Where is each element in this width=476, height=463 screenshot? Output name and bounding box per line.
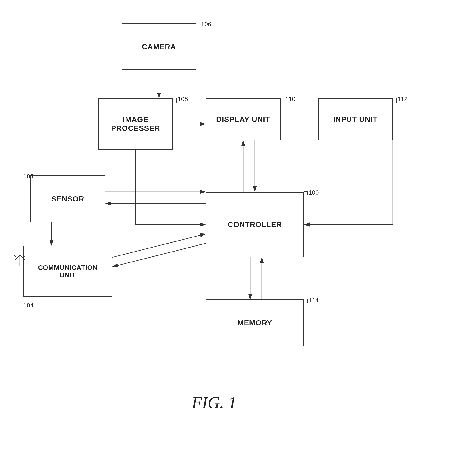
image-processer-label: IMAGE PROCESSER <box>111 115 160 133</box>
input-unit-ref: 112 <box>398 96 407 103</box>
input-unit-block: INPUT UNIT <box>318 98 393 140</box>
figure-label: FIG. 1 <box>192 393 237 412</box>
svg-line-19 <box>112 234 205 257</box>
controller-block: CONTROLLER <box>206 192 304 257</box>
memory-block: MEMORY <box>206 299 304 346</box>
camera-block: CAMERA <box>121 23 196 70</box>
display-unit-label: DISPLAY UNIT <box>216 115 270 124</box>
svg-line-1 <box>15 255 20 260</box>
sensor-block: SENSOR <box>30 176 105 222</box>
memory-ref: 114 <box>309 297 319 304</box>
communication-unit-block: COMMUNICATION UNIT <box>23 246 112 297</box>
controller-ref: 100 <box>309 189 319 196</box>
display-unit-ref: 110 <box>285 96 295 103</box>
svg-line-3 <box>15 256 16 257</box>
diagram: CAMERA 106 IMAGE PROCESSER 108 DISPLAY U… <box>0 0 476 463</box>
svg-line-4 <box>24 256 25 257</box>
svg-line-2 <box>20 255 25 260</box>
display-unit-block: DISPLAY UNIT <box>206 98 281 140</box>
memory-label: MEMORY <box>238 319 272 327</box>
controller-label: CONTROLLER <box>228 220 282 229</box>
image-processer-ref: 108 <box>178 96 188 103</box>
camera-label: CAMERA <box>142 43 176 51</box>
image-processer-block: IMAGE PROCESSER <box>98 98 173 150</box>
communication-unit-label: COMMUNICATION UNIT <box>38 264 97 279</box>
sensor-ref: 102 <box>23 173 34 180</box>
sensor-label: SENSOR <box>51 195 84 203</box>
antenna-icon <box>14 253 26 267</box>
svg-line-20 <box>113 243 206 267</box>
input-unit-label: INPUT UNIT <box>333 115 378 124</box>
communication-unit-ref: 104 <box>23 302 34 309</box>
camera-ref: 106 <box>201 21 211 28</box>
